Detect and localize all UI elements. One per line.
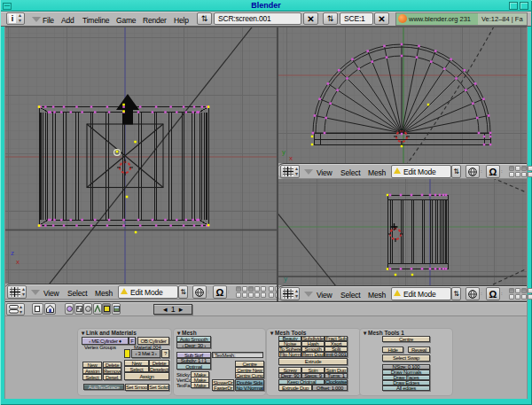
svg-text:y: y: [284, 275, 287, 283]
svg-text:x: x: [289, 154, 293, 162]
svg-text:x: x: [16, 258, 20, 266]
svg-text:y: y: [282, 148, 286, 156]
svg-text:z: z: [11, 249, 14, 257]
